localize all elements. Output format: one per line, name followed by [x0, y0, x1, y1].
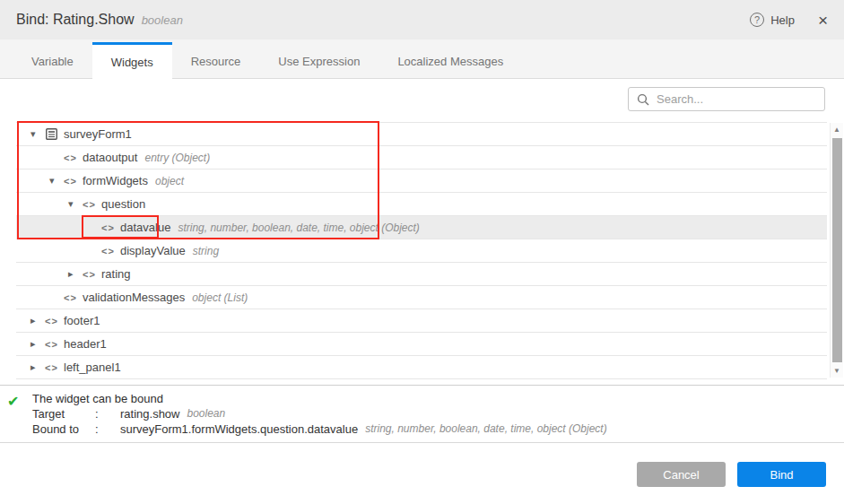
search-input[interactable] — [657, 92, 816, 106]
tree-node-type: object — [155, 175, 184, 187]
scrollbar-thumb[interactable] — [832, 138, 842, 362]
target-value: rating.show — [120, 406, 179, 421]
boundto-value: surveyForm1.formWidgets.question.dataval… — [120, 421, 358, 437]
code-brackets-icon: <> — [101, 246, 115, 256]
bind-dialog: Bind: Rating.Show boolean ? Help × Varia… — [0, 0, 844, 504]
tree-expand-arrow[interactable]: ▸ — [29, 315, 45, 326]
tree-row[interactable]: ▸ <> header1 — [16, 333, 827, 356]
boundto-colon: : — [95, 421, 120, 437]
tree-expand-arrow[interactable]: ▾ — [48, 175, 64, 187]
tab-localized-messages[interactable]: Localized Messages — [378, 42, 522, 78]
cancel-button[interactable]: Cancel — [637, 462, 726, 487]
tab-resource[interactable]: Resource — [172, 42, 260, 78]
status-target-row: Target : rating.show boolean — [32, 406, 844, 421]
dialog-footer: Cancel Bind — [0, 443, 844, 504]
tree-node-label: dataoutput — [83, 151, 137, 164]
dialog-title-type: boolean — [142, 13, 183, 27]
tree-row[interactable]: <> displayValue string — [16, 239, 827, 263]
tree-node-type: string — [193, 245, 219, 257]
code-brackets-icon: <> — [64, 176, 77, 187]
scroll-up-icon[interactable]: ▲ — [831, 123, 844, 136]
status-message: The widget can be bound — [32, 391, 844, 406]
scrollbar[interactable]: ▲ ▼ — [830, 123, 843, 378]
tree-node-label: datavalue — [120, 221, 170, 234]
tree-expand-arrow[interactable]: ▾ — [66, 198, 83, 210]
status-boundto-row: Bound to : surveyForm1.formWidgets.quest… — [32, 421, 844, 437]
tree-expand-arrow[interactable]: ▸ — [29, 338, 45, 350]
tab-widgets[interactable]: Widgets — [92, 42, 172, 79]
tab-variable[interactable]: Variable — [13, 42, 92, 78]
search-icon — [637, 93, 649, 106]
code-brackets-icon: <> — [83, 199, 96, 210]
code-brackets-icon: <> — [45, 339, 58, 350]
tree-node-label: footer1 — [64, 314, 100, 327]
target-type: boolean — [187, 406, 225, 421]
tree-node-type: string, number, boolean, date, time, obj… — [178, 222, 419, 234]
tab-bar: Variable Widgets Resource Use Expression… — [0, 39, 844, 79]
bind-button[interactable]: Bind — [737, 462, 826, 487]
tree-node-type: object (List) — [192, 291, 248, 304]
target-colon: : — [95, 406, 120, 421]
tree-expand-arrow[interactable]: ▸ — [66, 268, 83, 280]
tab-use-expression[interactable]: Use Expression — [259, 42, 378, 78]
code-brackets-icon: <> — [64, 292, 77, 303]
tree-node-label: question — [101, 197, 145, 211]
scroll-down-icon[interactable]: ▼ — [831, 364, 844, 378]
widget-tree: ▾ surveyForm1 <> dataoutput entry (Objec… — [16, 122, 827, 379]
tree-row[interactable]: ▸ <> footer1 — [16, 309, 827, 333]
target-label: Target — [32, 406, 95, 421]
code-brackets-icon: <> — [45, 362, 58, 373]
boundto-type: string, number, boolean, date, time, obj… — [365, 421, 606, 437]
tree-row[interactable]: ▾ surveyForm1 — [16, 123, 827, 146]
help-link[interactable]: Help — [770, 13, 795, 27]
code-brackets-icon: <> — [64, 152, 77, 163]
tree-row[interactable]: ▾ <> formWidgets object — [16, 169, 827, 193]
tree-node-label: validationMessages — [83, 291, 185, 304]
tree-node-label: displayValue — [120, 244, 186, 257]
tree-expand-arrow[interactable]: ▾ — [29, 128, 45, 140]
code-brackets-icon: <> — [83, 269, 96, 280]
close-icon[interactable]: × — [818, 12, 828, 29]
tree-node-label: header1 — [64, 337, 107, 351]
tree-row[interactable]: ▾ <> question — [16, 193, 827, 216]
tree-node-type: entry (Object) — [144, 152, 210, 164]
code-brackets-icon: <> — [45, 316, 58, 326]
help-icon[interactable]: ? — [750, 13, 764, 27]
dialog-header: Bind: Rating.Show boolean ? Help × — [0, 0, 844, 39]
tree-row[interactable]: <> dataoutput entry (Object) — [16, 146, 827, 169]
bind-status: ✔ The widget can be bound Target : ratin… — [0, 385, 844, 443]
tree-node-label: surveyForm1 — [64, 127, 132, 141]
dialog-title: Bind: Rating.Show — [16, 12, 135, 28]
code-brackets-icon: <> — [101, 222, 115, 233]
tree-row[interactable]: <> validationMessages object (List) — [16, 286, 827, 309]
search-box — [628, 87, 825, 111]
tree-node-label: formWidgets — [83, 174, 148, 187]
tree-node-label: rating — [101, 267, 131, 281]
tree-expand-arrow[interactable]: ▸ — [29, 361, 45, 373]
form-icon — [45, 128, 58, 140]
tree-row[interactable]: <> datavalue string, number, boolean, da… — [16, 216, 827, 239]
check-icon: ✔ — [7, 393, 19, 410]
tree-node-label: left_panel1 — [64, 361, 121, 374]
boundto-label: Bound to — [32, 421, 95, 437]
tree-row[interactable]: ▸ <> rating — [16, 263, 827, 286]
tree-row[interactable]: ▸ <> left_panel1 — [16, 356, 827, 379]
